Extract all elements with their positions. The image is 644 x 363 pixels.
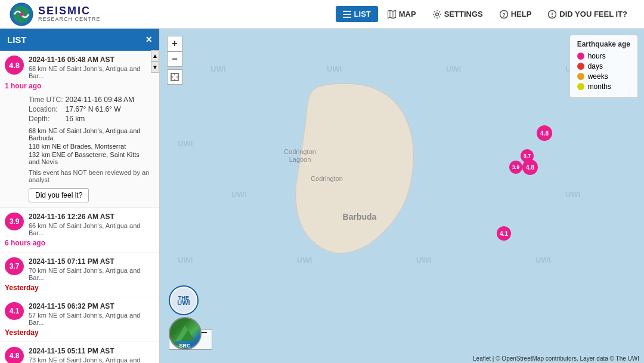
logo-area: SEISMIC RESEARCH CENTRE [10,2,101,26]
eq-info: 2024-11-15 05:11 PM AST 73 km NE of Sain… [29,347,152,363]
main-nav: LIST MAP SETTINGS ? HELP [336,6,634,22]
sidebar-panel: LIST × 4.8 2024-11-16 05:48 AM AST 68 km… [0,29,160,363]
legend-label-days: days [588,62,603,70]
legend-weeks: weeks [577,72,630,81]
eq-location: 66 km NE of Saint John's, Antigua and Ba… [29,222,152,236]
eq-header-row: 3.9 2024-11-16 12:26 AM AST 66 km NE of … [5,213,152,236]
zoom-out-button[interactable]: − [167,51,182,67]
eq-location: 70 km NE of Saint John's, Antigua and Ba… [29,267,152,281]
zoom-in-button[interactable]: + [167,36,182,51]
sidebar-close-button[interactable]: × [145,33,152,46]
gear-icon [433,10,441,19]
legend-hours: hours [577,52,630,60]
svg-rect-4 [343,14,351,15]
svg-text:Codrington: Codrington [311,175,343,182]
eq-time: 2024-11-15 06:32 PM AST [29,302,152,310]
eq-list-item[interactable]: 4.8 2024-11-16 05:48 AM AST 68 km NE of … [0,51,159,208]
eq-ago: 1 hour ago [5,82,152,90]
sidebar-header: LIST × [0,29,159,51]
legend-label-weeks: weeks [588,72,608,81]
eq-ago: 6 hours ago [5,239,152,247]
map-legend: Earthquake age hours days weeks months [569,35,638,98]
nearby-item: 132 km ENE of Basseterre, Saint Kitts an… [29,151,152,165]
map-icon [388,10,396,19]
feel-it-button[interactable]: Did you feel it? [29,188,89,202]
depth-label: Depth: [29,114,66,124]
eq-location: 68 km NE of Saint John's, Antigua and Ba… [29,65,152,79]
nav-map[interactable]: MAP [380,6,423,22]
map-view[interactable]: UWI UWI UWI UWI UWI UWI UWI UWI UWI UWI … [160,29,644,363]
depth-value: 16 km [66,114,137,124]
svg-text:Codrington: Codrington [284,148,316,155]
eq-ago: Yesterday [5,328,152,337]
sidebar-title: LIST [7,35,27,45]
nav-settings-label: SETTINGS [444,10,483,19]
svg-rect-5 [343,17,351,18]
eq-list-item[interactable]: 3.9 2024-11-16 12:26 AM AST 66 km NE of … [0,208,159,253]
nearby-item: 68 km NE of Saint John's, Antigua and Ba… [29,127,152,141]
eq-info: 2024-11-16 12:26 AM AST 66 km NE of Sain… [29,213,152,236]
legend-title: Earthquake age [577,40,630,48]
eq-header-row: 4.8 2024-11-16 05:48 AM AST 68 km NE of … [5,56,152,79]
eq-magnitude: 3.7 [5,257,24,275]
legend-dot-weeks [577,73,584,80]
map-attribution: Leaflet | © OpenStreetMap contributors. … [473,355,639,362]
location-label: Location: [29,104,66,114]
app-header: SEISMIC RESEARCH CENTRE LIST MAP [0,0,644,29]
eq-map-marker[interactable]: 3.9 [509,161,522,174]
nav-list[interactable]: LIST [336,6,378,22]
help-icon: ? [500,10,508,19]
svg-rect-3 [343,11,351,12]
eq-analyst-note: This event has NOT been reviewed by an a… [5,169,152,183]
nav-help[interactable]: ? HELP [493,6,539,22]
barbuda-island: Codrington Lagoon Codrington Barbuda [267,76,422,267]
eq-magnitude: 3.9 [5,213,24,230]
nav-feel[interactable]: DID YOU FEEL IT? [541,6,634,22]
eq-location: 57 km NE of Saint John's, Antigua and Ba… [29,312,152,326]
legend-dot-days [577,63,584,70]
eq-map-marker[interactable]: 4.8 [522,159,538,175]
nav-help-label: HELP [511,10,532,19]
svg-point-2 [20,13,23,16]
eq-time: 2024-11-16 12:26 AM AST [29,213,152,221]
eq-list-item[interactable]: 4.1 2024-11-15 06:32 PM AST 57 km NE of … [0,297,159,342]
eq-header-row: 4.8 2024-11-15 05:11 PM AST 73 km NE of … [5,347,152,363]
eq-list-item[interactable]: 3.7 2024-11-15 07:11 PM AST 70 km NE of … [0,253,159,297]
nav-settings[interactable]: SETTINGS [426,6,490,22]
legend-months: months [577,82,630,91]
eq-map-marker[interactable]: 4.8 [537,125,552,141]
svg-point-9 [435,13,438,16]
svg-text:?: ? [502,12,506,18]
uwi-logo: THE UWI [169,285,199,315]
eq-time: 2024-11-16 05:48 AM AST [29,56,152,64]
scroll-down-arrow[interactable]: ▼ [151,61,159,73]
scroll-arrows: ▲ ▼ [151,50,159,73]
recenter-button[interactable] [167,69,182,85]
recenter-icon [171,73,179,81]
logo-subtitle: RESEARCH CENTRE [38,17,101,23]
svg-marker-6 [388,10,396,19]
eq-header-row: 4.1 2024-11-15 06:32 PM AST 57 km NE of … [5,302,152,326]
eq-time: 2024-11-15 07:11 PM AST [29,257,152,266]
alert-icon [548,10,556,19]
nav-list-label: LIST [354,10,371,19]
eq-map-marker[interactable]: 4.1 [497,226,511,241]
svg-text:UWI: UWI [177,299,190,306]
location-value: 17.67° N 61.6° W [66,104,137,114]
eq-magnitude: 4.8 [5,347,24,363]
earthquake-list[interactable]: 4.8 2024-11-16 05:48 AM AST 68 km NE of … [0,51,159,363]
logo-text: SEISMIC RESEARCH CENTRE [38,5,101,23]
eq-list-item[interactable]: 4.8 2024-11-15 05:11 PM AST 73 km NE of … [0,342,159,363]
list-icon [343,10,351,19]
time-utc-value: 2024-11-16 09:48 AM [66,95,137,104]
nearby-item: 118 km NE of Brades, Montserrat [29,143,152,150]
legend-dot-months [577,83,584,90]
legend-dot-hours [577,53,584,60]
eq-detail: Time UTC: 2024-11-16 09:48 AM Location: … [5,95,152,124]
legend-label-hours: hours [588,52,606,60]
scroll-up-arrow[interactable]: ▲ [151,50,159,61]
eq-time: 2024-11-15 05:11 PM AST [29,347,152,355]
src-logo: SRC [169,317,202,350]
eq-info: 2024-11-16 05:48 AM AST 68 km NE of Sain… [29,56,152,79]
src-logo-circle: SRC [169,317,202,350]
